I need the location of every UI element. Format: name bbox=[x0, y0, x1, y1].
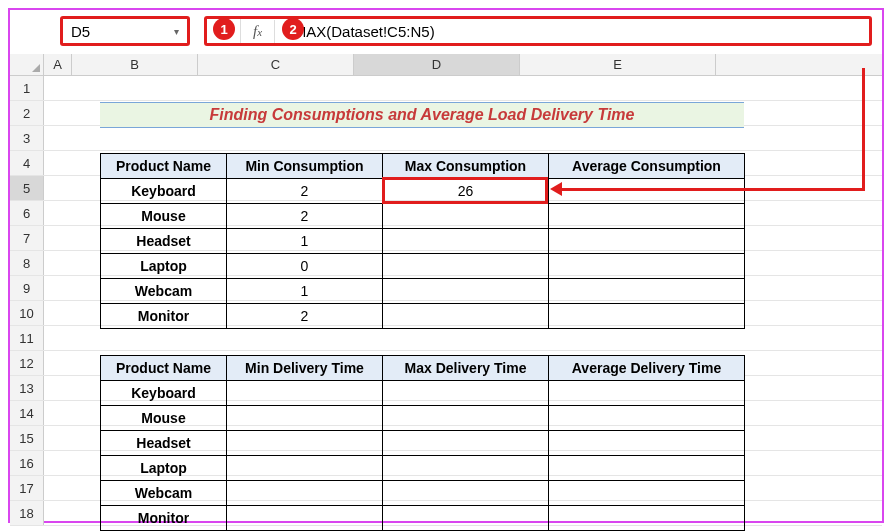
cell[interactable] bbox=[227, 381, 383, 406]
table-row: Headset1 bbox=[101, 229, 745, 254]
row-header[interactable]: 1 bbox=[10, 76, 44, 100]
cell[interactable]: 1 bbox=[227, 229, 383, 254]
row-header[interactable]: 10 bbox=[10, 301, 44, 325]
row-header[interactable]: 2 bbox=[10, 101, 44, 125]
table-row: Laptop0 bbox=[101, 254, 745, 279]
cell[interactable] bbox=[227, 506, 383, 531]
row-header[interactable]: 6 bbox=[10, 201, 44, 225]
th-max[interactable]: Max Delivery Time bbox=[383, 356, 549, 381]
row-header[interactable]: 4 bbox=[10, 151, 44, 175]
cell[interactable]: 2 bbox=[227, 204, 383, 229]
cell[interactable] bbox=[549, 506, 745, 531]
cell[interactable]: Laptop bbox=[101, 456, 227, 481]
cell[interactable] bbox=[549, 481, 745, 506]
name-box-value: D5 bbox=[71, 23, 90, 40]
cell[interactable] bbox=[383, 229, 549, 254]
cell[interactable] bbox=[549, 304, 745, 329]
col-header-C[interactable]: C bbox=[198, 54, 354, 75]
cell[interactable] bbox=[383, 406, 549, 431]
th-avg[interactable]: Average Delivery Time bbox=[549, 356, 745, 381]
fx-icon[interactable]: fx bbox=[241, 20, 275, 43]
cell[interactable] bbox=[383, 204, 549, 229]
cell[interactable] bbox=[383, 481, 549, 506]
row-header[interactable]: 11 bbox=[10, 326, 44, 350]
col-header-E[interactable]: E bbox=[520, 54, 716, 75]
cell[interactable] bbox=[227, 406, 383, 431]
table-header-row: Product Name Min Delivery Time Max Deliv… bbox=[101, 356, 745, 381]
cell[interactable]: Mouse bbox=[101, 204, 227, 229]
cell[interactable]: Laptop bbox=[101, 254, 227, 279]
table-row: Monitor bbox=[101, 506, 745, 531]
table-row: Monitor2 bbox=[101, 304, 745, 329]
cell[interactable]: Keyboard bbox=[101, 179, 227, 204]
table-row: Keyboard226 bbox=[101, 179, 745, 204]
cell[interactable] bbox=[549, 431, 745, 456]
chevron-down-icon[interactable]: ▾ bbox=[174, 26, 179, 37]
cell[interactable] bbox=[549, 229, 745, 254]
cell[interactable]: 26 bbox=[383, 179, 549, 204]
row-header[interactable]: 16 bbox=[10, 451, 44, 475]
row-header[interactable]: 15 bbox=[10, 426, 44, 450]
cell[interactable]: Headset bbox=[101, 229, 227, 254]
cell[interactable] bbox=[227, 431, 383, 456]
cell[interactable] bbox=[383, 279, 549, 304]
th-min[interactable]: Min Delivery Time bbox=[227, 356, 383, 381]
table-header-row: Product Name Min Consumption Max Consump… bbox=[101, 154, 745, 179]
row-header[interactable]: 12 bbox=[10, 351, 44, 375]
cell[interactable]: Headset bbox=[101, 431, 227, 456]
th-min[interactable]: Min Consumption bbox=[227, 154, 383, 179]
cell[interactable] bbox=[383, 506, 549, 531]
cell[interactable] bbox=[549, 279, 745, 304]
row-header[interactable]: 8 bbox=[10, 251, 44, 275]
row-header[interactable]: 14 bbox=[10, 401, 44, 425]
cell[interactable] bbox=[383, 304, 549, 329]
delivery-table: Product Name Min Delivery Time Max Deliv… bbox=[100, 355, 745, 531]
cell[interactable]: Monitor bbox=[101, 506, 227, 531]
cell[interactable]: 2 bbox=[227, 179, 383, 204]
cell[interactable] bbox=[549, 381, 745, 406]
consumption-table: Product Name Min Consumption Max Consump… bbox=[100, 153, 745, 329]
cell[interactable]: Monitor bbox=[101, 304, 227, 329]
app-frame: D5 ▾ 1 ✕ 2 fx A B C D E 1 2 3 4 5 6 7 8 bbox=[8, 8, 884, 523]
cell[interactable] bbox=[549, 406, 745, 431]
arrow-left-icon bbox=[550, 182, 562, 196]
cell[interactable] bbox=[549, 254, 745, 279]
th-product[interactable]: Product Name bbox=[101, 356, 227, 381]
row-header[interactable]: 18 bbox=[10, 501, 44, 525]
row-header[interactable]: 5 bbox=[10, 176, 44, 200]
cell[interactable]: Webcam bbox=[101, 481, 227, 506]
cell[interactable]: 2 bbox=[227, 304, 383, 329]
th-max[interactable]: Max Consumption bbox=[383, 154, 549, 179]
cell[interactable] bbox=[549, 179, 745, 204]
cell[interactable] bbox=[549, 204, 745, 229]
cell[interactable]: Mouse bbox=[101, 406, 227, 431]
row-header[interactable]: 13 bbox=[10, 376, 44, 400]
row-header[interactable]: 9 bbox=[10, 276, 44, 300]
cell[interactable] bbox=[383, 381, 549, 406]
cell[interactable]: Webcam bbox=[101, 279, 227, 304]
cell[interactable] bbox=[227, 481, 383, 506]
row-header[interactable]: 17 bbox=[10, 476, 44, 500]
cell[interactable] bbox=[383, 254, 549, 279]
cell[interactable] bbox=[383, 456, 549, 481]
formula-input[interactable] bbox=[275, 23, 869, 40]
col-header-B[interactable]: B bbox=[72, 54, 198, 75]
cell[interactable]: 1 bbox=[227, 279, 383, 304]
name-box[interactable]: D5 ▾ 1 bbox=[60, 16, 190, 46]
formula-bar: ✕ 2 fx bbox=[204, 16, 872, 46]
col-header-A[interactable]: A bbox=[44, 54, 72, 75]
row-header[interactable]: 3 bbox=[10, 126, 44, 150]
cell[interactable]: Keyboard bbox=[101, 381, 227, 406]
row-header[interactable]: 7 bbox=[10, 226, 44, 250]
col-header-D[interactable]: D bbox=[354, 54, 520, 75]
select-all-corner[interactable] bbox=[10, 54, 44, 75]
formula-toolbar: D5 ▾ 1 ✕ 2 fx bbox=[60, 16, 872, 46]
cell[interactable]: 0 bbox=[227, 254, 383, 279]
callout-arrow-line bbox=[560, 188, 865, 191]
th-avg[interactable]: Average Consumption bbox=[549, 154, 745, 179]
th-product[interactable]: Product Name bbox=[101, 154, 227, 179]
cell[interactable] bbox=[383, 431, 549, 456]
table-row: Webcam1 bbox=[101, 279, 745, 304]
cell[interactable] bbox=[227, 456, 383, 481]
cell[interactable] bbox=[549, 456, 745, 481]
